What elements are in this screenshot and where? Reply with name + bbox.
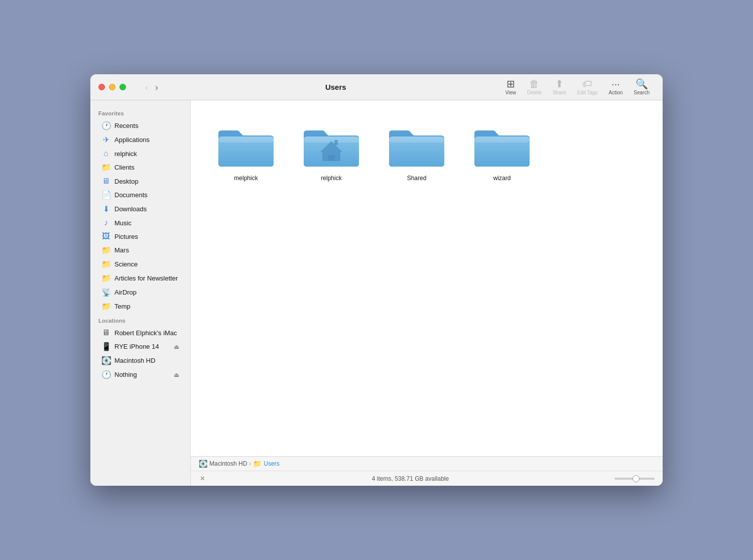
file-label-melphick: melphick	[234, 175, 258, 182]
recents-icon: 🕐	[101, 121, 110, 130]
breadcrumb-current: 📁 Users	[253, 460, 279, 468]
file-label-relphick: relphick	[321, 175, 341, 182]
sidebar-item-recents[interactable]: 🕐 Recents	[93, 119, 187, 132]
sidebar: Favorites 🕐 Recents ✈ Applications ⌂ rel…	[90, 100, 191, 486]
folder-icon: 📁	[101, 163, 110, 172]
sidebar-item-label: Pictures	[114, 233, 179, 240]
nothing-icon: 🕐	[101, 370, 110, 379]
sidebar-item-desktop[interactable]: 🖥 Desktop	[93, 175, 187, 188]
iphone-icon: 📱	[101, 342, 110, 351]
sidebar-item-label: RYE iPhone 14	[114, 343, 170, 350]
svg-rect-8	[389, 136, 444, 143]
file-item-relphick[interactable]: relphick	[296, 115, 366, 186]
titlebar: ‹ › Users ⊞ View 🗑 Delete ⬆ Share 🏷	[90, 74, 663, 100]
sidebar-item-label: Clients	[114, 164, 179, 171]
delete-label: Delete	[527, 90, 542, 95]
nav-buttons: ‹ ›	[142, 81, 161, 94]
sidebar-item-label: Mars	[114, 246, 179, 254]
zoom-slider[interactable]	[614, 478, 655, 480]
view-label: View	[505, 90, 516, 95]
documents-icon: 📄	[101, 190, 110, 200]
sidebar-item-downloads[interactable]: ⬇ Downloads	[93, 202, 187, 216]
music-icon: ♪	[101, 218, 110, 227]
view-button[interactable]: ⊞ View	[500, 77, 521, 97]
breadcrumb-separator: ›	[249, 460, 251, 467]
sidebar-item-articles[interactable]: 📁 Articles for Newsletter	[93, 271, 187, 285]
sidebar-item-label: Music	[114, 219, 179, 227]
folder-icon-melphick	[216, 119, 276, 170]
action-label: Action	[609, 90, 623, 95]
sidebar-item-label: Documents	[114, 191, 179, 199]
search-icon: 🔍	[636, 79, 648, 89]
eject-iphone-button[interactable]: ⏏	[174, 343, 179, 350]
svg-rect-10	[474, 136, 530, 143]
folder-icon-shared	[387, 119, 447, 170]
traffic-lights	[90, 84, 134, 90]
sidebar-item-temp[interactable]: 📁 Temp	[93, 300, 187, 313]
eject-nothing-button[interactable]: ⏏	[174, 371, 179, 378]
share-label: Share	[553, 90, 566, 95]
breadcrumb-bar: 💽 Macintosh HD › 📁 Users	[191, 457, 663, 471]
macintosh-icon: 💽	[101, 356, 110, 365]
sidebar-item-label: Applications	[114, 136, 179, 144]
sidebar-item-mars[interactable]: 📁 Mars	[93, 243, 187, 257]
edit-tags-button[interactable]: 🏷 Edit Tags	[572, 77, 603, 97]
forward-button[interactable]: ›	[152, 81, 161, 94]
sidebar-item-nothing[interactable]: 🕐 Nothing ⏏	[93, 368, 187, 381]
file-label-wizard: wizard	[493, 175, 511, 182]
finder-window: ‹ › Users ⊞ View 🗑 Delete ⬆ Share 🏷	[90, 74, 663, 486]
share-icon: ⬆	[555, 79, 564, 89]
file-item-wizard[interactable]: wizard	[467, 115, 537, 186]
sidebar-item-macintosh[interactable]: 💽 Macintosh HD	[93, 354, 187, 367]
home-icon: ⌂	[101, 149, 110, 158]
sidebar-item-science[interactable]: 📁 Science	[93, 257, 187, 271]
sidebar-item-applications[interactable]: ✈ Applications	[93, 133, 187, 147]
sidebar-item-pictures[interactable]: 🖼 Pictures	[93, 230, 187, 243]
sidebar-item-label: Articles for Newsletter	[114, 274, 179, 282]
back-button[interactable]: ‹	[142, 81, 151, 94]
zoom-control	[614, 478, 655, 480]
status-bar: 💽 Macintosh HD › 📁 Users ✕ 4 items, 538.…	[191, 456, 663, 486]
folder-icon-relphick	[301, 119, 361, 170]
sidebar-item-imac[interactable]: 🖥 Robert Elphick's iMac	[93, 326, 187, 339]
close-button[interactable]	[98, 84, 105, 90]
file-item-shared[interactable]: Shared	[382, 115, 452, 186]
folder-icon-wizard	[472, 119, 532, 170]
minimize-button[interactable]	[109, 84, 115, 90]
main-area: Favorites 🕐 Recents ✈ Applications ⌂ rel…	[90, 100, 663, 486]
action-button[interactable]: ··· Action	[604, 77, 628, 97]
toolbar-actions: ⊞ View 🗑 Delete ⬆ Share 🏷 Edit Tags ···	[500, 77, 655, 97]
locations-label: Locations	[90, 314, 190, 326]
share-button[interactable]: ⬆ Share	[548, 77, 571, 97]
temp-folder-icon: 📁	[101, 302, 110, 311]
articles-folder-icon: 📁	[101, 273, 110, 283]
file-grid: melphick	[191, 100, 663, 456]
file-item-melphick[interactable]: melphick	[211, 115, 281, 186]
airdrop-icon: 📡	[101, 288, 110, 297]
search-label: Search	[634, 90, 650, 95]
sidebar-item-label: AirDrop	[114, 289, 179, 296]
status-close-button[interactable]: ✕	[199, 474, 206, 483]
sidebar-item-airdrop[interactable]: 📡 AirDrop	[93, 286, 187, 299]
svg-rect-5	[328, 155, 335, 161]
delete-button[interactable]: 🗑 Delete	[522, 77, 547, 97]
sidebar-item-documents[interactable]: 📄 Documents	[93, 188, 187, 202]
favorites-label: Favorites	[90, 106, 190, 118]
sidebar-item-label: Nothing	[114, 371, 170, 378]
desktop-icon: 🖥	[101, 177, 110, 186]
sidebar-item-iphone[interactable]: 📱 RYE iPhone 14 ⏏	[93, 340, 187, 353]
maximize-button[interactable]	[119, 84, 126, 90]
sidebar-item-label: Downloads	[114, 205, 179, 213]
toolbar: ‹ › Users ⊞ View 🗑 Delete ⬆ Share 🏷	[134, 77, 663, 97]
sidebar-item-label: Robert Elphick's iMac	[114, 329, 179, 337]
edit-tags-label: Edit Tags	[577, 90, 598, 95]
search-button[interactable]: 🔍 Search	[629, 77, 655, 97]
sidebar-item-music[interactable]: ♪ Music	[93, 216, 187, 229]
sidebar-item-label: relphick	[114, 150, 179, 158]
content-area: melphick	[191, 100, 663, 486]
pictures-icon: 🖼	[101, 232, 110, 241]
sidebar-item-clients[interactable]: 📁 Clients	[93, 161, 187, 174]
breadcrumb-current-label: Users	[264, 460, 279, 467]
sidebar-item-label: Macintosh HD	[114, 357, 179, 364]
sidebar-item-relphick[interactable]: ⌂ relphick	[93, 147, 187, 160]
